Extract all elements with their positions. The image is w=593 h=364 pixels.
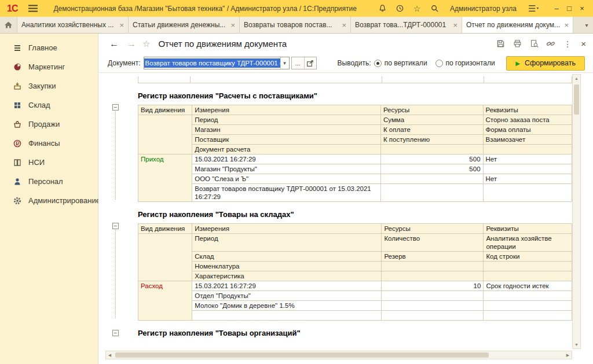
horizontal-scroll-thumb[interactable] xyxy=(115,352,489,358)
definition-cell[interactable]: Склад xyxy=(192,252,382,262)
tab-supplier-returns-list[interactable]: Возвраты товаров постав... × xyxy=(240,17,351,33)
movement-type-cell[interactable] xyxy=(138,115,192,155)
definition-cell[interactable]: Поставщик xyxy=(192,135,381,145)
definition-cell[interactable] xyxy=(484,271,572,281)
definition-cell[interactable]: Количество xyxy=(382,234,484,252)
save-icon[interactable] xyxy=(495,39,506,49)
data-cell[interactable]: 15.03.2021 16:27:29 xyxy=(192,281,382,291)
data-cell[interactable]: Нет xyxy=(483,155,572,164)
definition-cell[interactable]: Взаимозачет xyxy=(483,135,572,145)
radio-vertical-label[interactable]: по вертикали xyxy=(385,59,427,67)
tab-cashflow-articles[interactable]: Статьи движения денежны... × xyxy=(129,17,240,33)
sidebar-item-main[interactable]: Главное xyxy=(0,38,98,57)
scroll-down-icon[interactable]: ▼ xyxy=(573,341,580,348)
hamburger-menu-icon[interactable] xyxy=(28,5,38,12)
sidebar-item-finance[interactable]: Финансы xyxy=(0,134,98,153)
data-cell[interactable]: ООО "Слеза и Ъ" xyxy=(192,174,381,184)
minimize-icon[interactable]: – xyxy=(550,4,563,13)
column-header-cell[interactable]: Измерения xyxy=(192,224,382,234)
definition-cell[interactable]: Резерв xyxy=(382,252,484,262)
data-cell[interactable] xyxy=(382,311,484,321)
column-header-cell[interactable]: Реквизиты xyxy=(484,224,572,234)
tab-close-icon[interactable]: × xyxy=(119,21,124,30)
back-icon[interactable]: ← xyxy=(107,37,122,51)
print-preview-icon[interactable] xyxy=(529,39,539,49)
definition-cell[interactable]: Сторно заказа поста xyxy=(483,115,572,125)
open-document-button[interactable] xyxy=(304,57,316,69)
dropdown-icon[interactable]: ▾ xyxy=(280,57,289,69)
definition-cell[interactable]: Магазин xyxy=(192,125,381,135)
tab-business-analytics[interactable]: Аналитики хозяйственных ... × xyxy=(17,17,129,33)
tab-document-movements-report[interactable]: Отчет по движениям докум... × xyxy=(462,17,573,33)
definition-cell[interactable] xyxy=(483,145,572,155)
tab-return-document[interactable]: Возврат това...ТДРТ-000001 × xyxy=(351,17,462,33)
forward-icon[interactable]: → xyxy=(124,37,139,51)
close-form-icon[interactable]: × xyxy=(581,39,586,49)
definition-cell[interactable]: Код строки xyxy=(484,252,572,262)
tab-close-icon[interactable]: × xyxy=(342,21,346,30)
favorites-star-icon[interactable]: ☆ xyxy=(411,2,423,15)
link-icon[interactable] xyxy=(546,39,556,49)
definition-cell[interactable] xyxy=(484,262,572,271)
sidebar-item-purchases[interactable]: Закупки xyxy=(0,76,98,95)
vertical-scroll-thumb[interactable] xyxy=(574,84,579,115)
definition-cell[interactable]: Период xyxy=(192,115,381,125)
collapse-group-button[interactable]: − xyxy=(112,330,119,336)
collapse-group-button[interactable]: − xyxy=(112,223,119,229)
data-cell[interactable] xyxy=(484,301,572,311)
definition-cell[interactable] xyxy=(380,145,483,155)
horizontal-scrollbar[interactable]: ◀ ▶ xyxy=(105,351,572,359)
definition-cell[interactable]: Характеристика xyxy=(192,271,382,281)
data-cell[interactable]: Магазин "Продукты" xyxy=(192,164,381,174)
print-icon[interactable] xyxy=(512,39,522,49)
sidebar-item-sales[interactable]: Продажи xyxy=(0,115,98,134)
sidebar-item-administration[interactable]: Администрирование xyxy=(0,191,98,210)
data-cell[interactable] xyxy=(382,291,484,301)
radio-vertical[interactable] xyxy=(374,60,382,67)
bell-icon[interactable] xyxy=(376,2,389,15)
home-icon[interactable] xyxy=(0,17,17,33)
definition-cell[interactable]: Сумма xyxy=(380,115,483,125)
column-header-cell[interactable]: Измерения xyxy=(192,105,381,115)
scroll-right-icon[interactable]: ▶ xyxy=(564,351,572,359)
movement-type-cell[interactable]: Расход xyxy=(138,281,192,321)
collapse-group-button[interactable]: − xyxy=(112,104,119,111)
data-cell[interactable]: 500 xyxy=(380,155,483,164)
favorite-star-icon[interactable]: ☆ xyxy=(142,39,150,49)
movement-type-cell[interactable] xyxy=(138,234,192,281)
definition-cell[interactable]: Период xyxy=(192,234,382,252)
service-menu-icon[interactable] xyxy=(527,2,540,15)
tab-list-chevron-icon[interactable]: ▾ xyxy=(580,17,593,33)
data-cell[interactable] xyxy=(483,184,572,202)
data-cell[interactable]: 15.03.2021 16:27:29 xyxy=(192,155,381,164)
column-header-cell[interactable]: Вид движения xyxy=(138,105,192,115)
data-cell[interactable] xyxy=(484,291,572,301)
history-icon[interactable] xyxy=(393,2,406,15)
tab-close-icon[interactable]: × xyxy=(564,21,569,30)
sidebar-item-warehouse[interactable]: Склад xyxy=(0,95,98,115)
data-cell[interactable]: Срок годности истек xyxy=(484,281,572,291)
column-header-cell[interactable]: Вид движения xyxy=(138,224,192,234)
radio-horizontal-label[interactable]: по горизонтали xyxy=(446,59,495,67)
definition-cell[interactable]: Номенклатура xyxy=(192,262,382,271)
choose-button[interactable]: ... xyxy=(292,57,304,69)
data-cell[interactable] xyxy=(382,301,484,311)
document-input[interactable]: Возврат товаров поставщику ТДРТ-000001 о… xyxy=(144,57,290,69)
radio-horizontal[interactable] xyxy=(435,60,443,67)
definition-cell[interactable] xyxy=(382,271,484,281)
sidebar-item-personnel[interactable]: Персонал xyxy=(0,172,98,191)
vertical-scrollbar[interactable]: ▲ ▼ xyxy=(572,74,581,349)
maximize-icon[interactable]: □ xyxy=(563,4,576,13)
tab-close-icon[interactable]: × xyxy=(230,21,235,30)
column-header-cell[interactable]: Реквизиты xyxy=(483,105,572,115)
data-cell[interactable] xyxy=(192,311,382,321)
data-cell[interactable] xyxy=(484,311,572,321)
scroll-left-icon[interactable]: ◀ xyxy=(106,351,114,359)
search-icon[interactable] xyxy=(428,2,441,15)
data-cell[interactable]: Нет xyxy=(483,174,572,184)
definition-cell[interactable]: К поступлению xyxy=(380,135,483,145)
tab-close-icon[interactable]: × xyxy=(453,21,457,30)
sidebar-item-marketing[interactable]: Маркетинг xyxy=(0,57,98,76)
generate-button[interactable]: ▶ Сформировать xyxy=(506,56,585,71)
data-cell[interactable] xyxy=(483,164,572,174)
